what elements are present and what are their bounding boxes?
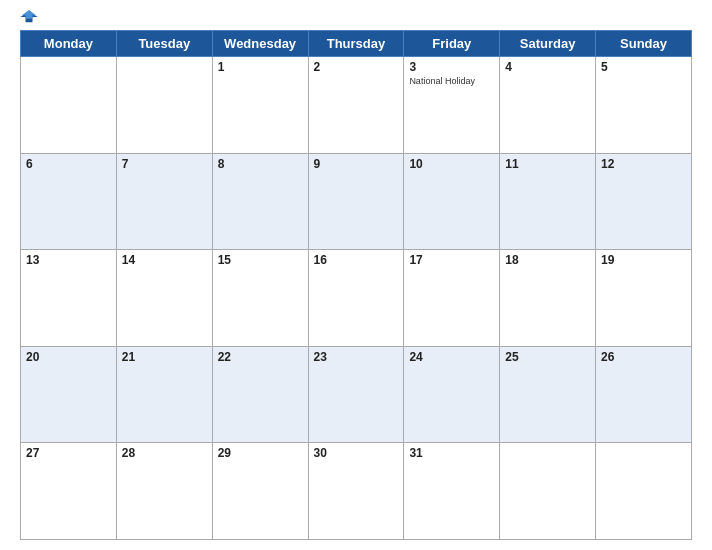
- day-number: 15: [218, 253, 303, 267]
- day-number: 26: [601, 350, 686, 364]
- calendar-cell: 5: [596, 57, 692, 154]
- calendar-cell: 9: [308, 153, 404, 250]
- day-number: 7: [122, 157, 207, 171]
- day-number: 28: [122, 446, 207, 460]
- calendar-cell: 6: [21, 153, 117, 250]
- calendar-cell: 2: [308, 57, 404, 154]
- day-number: 25: [505, 350, 590, 364]
- calendar-header-row: MondayTuesdayWednesdayThursdayFridaySatu…: [21, 31, 692, 57]
- day-number: 2: [314, 60, 399, 74]
- calendar-cell: 26: [596, 346, 692, 443]
- day-number: 4: [505, 60, 590, 74]
- day-number: 18: [505, 253, 590, 267]
- calendar-cell: 29: [212, 443, 308, 540]
- day-number: 5: [601, 60, 686, 74]
- calendar-week-row: 13141516171819: [21, 250, 692, 347]
- calendar-cell: 24: [404, 346, 500, 443]
- calendar-cell: 23: [308, 346, 404, 443]
- calendar-cell: 12: [596, 153, 692, 250]
- day-number: 20: [26, 350, 111, 364]
- day-number: 29: [218, 446, 303, 460]
- day-header-thursday: Thursday: [308, 31, 404, 57]
- calendar-cell: 11: [500, 153, 596, 250]
- calendar-cell: 21: [116, 346, 212, 443]
- calendar-cell: 18: [500, 250, 596, 347]
- calendar-cell: 13: [21, 250, 117, 347]
- day-number: 10: [409, 157, 494, 171]
- day-number: 13: [26, 253, 111, 267]
- calendar-week-row: 123National Holiday45: [21, 57, 692, 154]
- day-number: 6: [26, 157, 111, 171]
- calendar-cell: [596, 443, 692, 540]
- day-header-saturday: Saturday: [500, 31, 596, 57]
- day-number: 23: [314, 350, 399, 364]
- calendar-cell: 1: [212, 57, 308, 154]
- calendar-week-row: 2728293031: [21, 443, 692, 540]
- day-number: 21: [122, 350, 207, 364]
- calendar-cell: 27: [21, 443, 117, 540]
- calendar-cell: 20: [21, 346, 117, 443]
- calendar-cell: 30: [308, 443, 404, 540]
- day-number: 11: [505, 157, 590, 171]
- calendar-cell: 16: [308, 250, 404, 347]
- day-number: 24: [409, 350, 494, 364]
- calendar-cell: [500, 443, 596, 540]
- calendar-cell: 31: [404, 443, 500, 540]
- event-label: National Holiday: [409, 76, 494, 86]
- day-header-friday: Friday: [404, 31, 500, 57]
- day-number: 9: [314, 157, 399, 171]
- calendar-cell: 14: [116, 250, 212, 347]
- day-number: 8: [218, 157, 303, 171]
- calendar-cell: 4: [500, 57, 596, 154]
- day-header-tuesday: Tuesday: [116, 31, 212, 57]
- calendar-cell: 15: [212, 250, 308, 347]
- calendar-cell: 7: [116, 153, 212, 250]
- day-number: 22: [218, 350, 303, 364]
- calendar-cell: [116, 57, 212, 154]
- day-number: 19: [601, 253, 686, 267]
- calendar-cell: 28: [116, 443, 212, 540]
- day-number: 1: [218, 60, 303, 74]
- day-number: 17: [409, 253, 494, 267]
- calendar-cell: 10: [404, 153, 500, 250]
- logo: [20, 10, 41, 24]
- day-header-monday: Monday: [21, 31, 117, 57]
- day-number: 14: [122, 253, 207, 267]
- calendar-table: MondayTuesdayWednesdayThursdayFridaySatu…: [20, 30, 692, 540]
- calendar-week-row: 6789101112: [21, 153, 692, 250]
- day-number: 3: [409, 60, 494, 74]
- day-header-sunday: Sunday: [596, 31, 692, 57]
- day-number: 30: [314, 446, 399, 460]
- calendar-cell: 22: [212, 346, 308, 443]
- calendar-cell: 8: [212, 153, 308, 250]
- day-number: 27: [26, 446, 111, 460]
- calendar-cell: 19: [596, 250, 692, 347]
- day-number: 16: [314, 253, 399, 267]
- calendar-cell: 3National Holiday: [404, 57, 500, 154]
- calendar-cell: 25: [500, 346, 596, 443]
- calendar-cell: [21, 57, 117, 154]
- calendar-week-row: 20212223242526: [21, 346, 692, 443]
- day-number: 12: [601, 157, 686, 171]
- svg-marker-1: [22, 10, 36, 19]
- day-number: 31: [409, 446, 494, 460]
- logo-bird-icon: [20, 10, 38, 24]
- day-header-wednesday: Wednesday: [212, 31, 308, 57]
- page-header: [20, 10, 692, 24]
- calendar-cell: 17: [404, 250, 500, 347]
